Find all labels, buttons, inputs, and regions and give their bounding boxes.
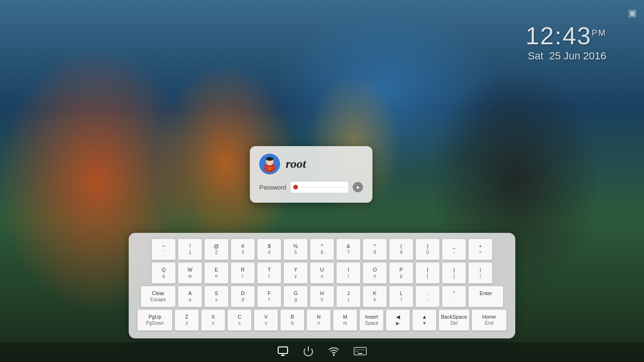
key-left-right[interactable]: ◀▶ [386,309,410,331]
clock-period: PM [592,28,606,38]
key-a[interactable]: Aa [178,286,202,307]
key-y[interactable]: Yy [283,262,308,284]
svg-rect-5 [278,347,288,354]
key-n[interactable]: Nn [306,309,331,331]
key-i[interactable]: Ii [336,262,361,284]
key-k[interactable]: Kk [363,286,387,307]
key-semicolon[interactable]: :; [415,286,440,307]
login-user-row: S root [259,154,363,174]
key-3[interactable]: #3 [231,239,255,260]
key-9[interactable]: (9 [389,239,413,260]
taskbar-wifi-icon[interactable] [328,346,339,359]
password-label: Password [259,184,286,191]
key-equals[interactable]: += [468,239,493,260]
key-0[interactable]: )0 [415,239,440,260]
keyboard-row-4: PgUpPgDown Zz Xx Cc Vv Bb Nn Mm InsertSp… [135,309,509,331]
key-z[interactable]: Zz [174,309,199,331]
password-dot [293,185,298,189]
key-4[interactable]: $4 [257,239,281,260]
key-v[interactable]: Vv [254,309,278,331]
key-home-end[interactable]: HomeEnd [471,309,507,331]
taskbar-monitor-icon[interactable] [277,346,289,359]
login-dialog: S root Password [250,146,372,203]
clock-date: 25 Jun 2016 [549,50,606,62]
key-c[interactable]: Cc [227,309,252,331]
virtual-keyboard: ~' !1 @2 #3 $4 %5 ^6 &7 *8 (9 )0 _- += Q… [129,233,515,338]
key-w[interactable]: Ww [178,262,202,284]
key-5[interactable]: %5 [283,239,308,260]
key-d[interactable]: Dd [231,286,255,307]
clock-hours-minutes: 12:43 [526,22,592,49]
key-up-down[interactable]: ▲▼ [412,309,437,331]
key-2[interactable]: @2 [204,239,229,260]
svg-point-3 [266,157,273,161]
key-u[interactable]: Uu [310,262,334,284]
key-minus[interactable]: _- [442,239,466,260]
key-l[interactable]: Ll [389,286,413,307]
taskbar-power-icon[interactable] [303,346,314,359]
taskbar [0,342,644,362]
key-p[interactable]: Pp [389,262,413,284]
key-1[interactable]: !1 [178,239,202,260]
key-pgup-pgdown[interactable]: PgUpPgDown [137,309,173,331]
key-x[interactable]: Xx [201,309,225,331]
key-tilde[interactable]: ~' [151,239,176,260]
key-e[interactable]: Ee [204,262,229,284]
key-o[interactable]: Oo [363,262,387,284]
key-enter[interactable]: Enter [468,286,504,307]
keyboard-row-2: Qq Ww Ee Rr Tt Yy Uu Ii Oo Pp {[ }] |\ [135,262,509,284]
key-f[interactable]: Ff [257,286,281,307]
password-row: Password [259,181,363,193]
key-q[interactable]: Qq [151,262,176,284]
key-m[interactable]: Mm [333,309,357,331]
user-avatar: S [259,154,280,174]
password-submit-button[interactable] [353,182,363,192]
keyboard-row-1: ~' !1 @2 #3 $4 %5 ^6 &7 *8 (9 )0 _- += [135,239,509,260]
clock: 12:43PM Sat 25 Jun 2016 [526,24,606,62]
key-j[interactable]: Jj [336,286,361,307]
key-b[interactable]: Bb [280,309,305,331]
password-line [300,187,346,188]
svg-point-9 [333,354,334,355]
key-quote[interactable]: ". [442,286,466,307]
taskbar-keyboard-icon[interactable] [354,347,367,358]
key-g[interactable]: Gg [283,286,308,307]
username-label: root [286,157,306,171]
key-backspace-del[interactable]: BackSpaceDel [438,309,470,331]
key-rbracket[interactable]: }] [442,262,466,284]
key-6[interactable]: ^6 [310,239,334,260]
key-s[interactable]: Ss [204,286,229,307]
keyboard-row-3: ClearEscape Aa Ss Dd Ff Gg Hh Jj Kk Ll :… [135,286,509,307]
key-8[interactable]: *8 [363,239,387,260]
key-h[interactable]: Hh [310,286,334,307]
key-t[interactable]: Tt [257,262,281,284]
top-right-icon: ▣ [628,7,637,18]
clock-day: Sat [528,50,544,62]
key-r[interactable]: Rr [231,262,255,284]
key-insert-space[interactable]: InsertSpace [359,309,384,331]
password-input[interactable] [290,181,349,193]
key-7[interactable]: &7 [336,239,361,260]
key-backslash[interactable]: |\ [468,262,493,284]
key-lbracket[interactable]: {[ [415,262,440,284]
key-clear-escape[interactable]: ClearEscape [140,286,176,307]
